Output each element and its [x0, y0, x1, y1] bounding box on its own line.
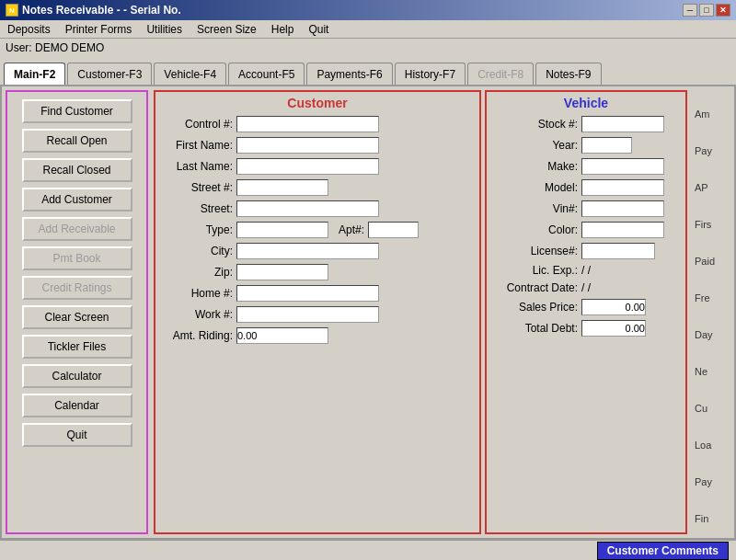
menu-deposits[interactable]: Deposits — [4, 23, 54, 36]
title-bar: N Notes Receivable - - Serial No. ─ □ ✕ — [0, 0, 736, 20]
vehicle-title: Vehicle — [490, 96, 682, 110]
amt-riding-label: Amt. Riding: — [159, 329, 233, 342]
home-row: Home #: — [159, 285, 476, 302]
tickler-files-button[interactable]: Tickler Files — [22, 335, 132, 359]
right-label-7: Ne — [695, 366, 729, 377]
zip-row: Zip: — [159, 264, 476, 280]
type-label: Type: — [159, 223, 233, 236]
right-label-9: Loa — [695, 440, 729, 451]
lastname-row: Last Name: — [159, 158, 476, 175]
find-customer-button[interactable]: Find Customer — [22, 99, 132, 123]
lic-exp-row: Lic. Exp.: / / — [490, 264, 682, 277]
menu-screen-size[interactable]: Screen Size — [193, 23, 260, 36]
right-label-11: Fin — [695, 513, 729, 524]
make-label: Make: — [490, 160, 578, 173]
vin-label: Vin#: — [490, 202, 578, 215]
recall-open-button[interactable]: Recall Open — [22, 129, 132, 153]
zip-label: Zip: — [159, 266, 233, 279]
zip-input[interactable] — [236, 264, 328, 280]
amt-riding-input[interactable] — [236, 327, 328, 344]
window-title: Notes Receivable - - Serial No. — [22, 4, 181, 17]
control-label: Control #: — [159, 118, 233, 131]
left-panel: Find Customer Recall Open Recall Closed … — [6, 90, 148, 534]
recall-closed-button[interactable]: Recall Closed — [22, 158, 132, 182]
user-label: User: DEMO DEMO — [6, 41, 104, 54]
tab-payments[interactable]: Payments-F6 — [306, 63, 392, 85]
vehicle-section: Vehicle Stock #: Year: Make: Model: Vin#… — [485, 90, 687, 534]
menu-quit[interactable]: Quit — [305, 23, 332, 36]
city-row: City: — [159, 243, 476, 259]
work-input[interactable] — [236, 306, 379, 323]
sales-row: Sales Price: — [490, 299, 682, 315]
menu-printer-forms[interactable]: Printer Forms — [62, 23, 136, 36]
customer-comments-button[interactable]: Customer Comments — [597, 542, 729, 560]
model-label: Model: — [490, 181, 578, 194]
menu-help[interactable]: Help — [268, 23, 298, 36]
menu-utilities[interactable]: Utilities — [143, 23, 186, 36]
tab-credit: Credit-F8 — [467, 63, 534, 85]
stock-input[interactable] — [581, 116, 664, 132]
streetnum-row: Street #: — [159, 179, 476, 196]
streetnum-input[interactable] — [236, 179, 328, 196]
total-input[interactable] — [581, 320, 646, 337]
home-input[interactable] — [236, 285, 379, 302]
tab-main[interactable]: Main-F2 — [4, 63, 65, 85]
right-label-2: AP — [695, 182, 729, 193]
clear-screen-button[interactable]: Clear Screen — [22, 305, 132, 329]
right-label-4: Paid — [695, 256, 729, 267]
tab-account[interactable]: Account-F5 — [228, 63, 305, 85]
color-input[interactable] — [581, 222, 664, 238]
vin-input[interactable] — [581, 200, 664, 217]
tab-customer[interactable]: Customer-F3 — [67, 63, 152, 85]
right-label-0: Am — [695, 109, 729, 120]
license-row: License#: — [490, 243, 682, 259]
stock-row: Stock #: — [490, 116, 682, 132]
tab-vehicle[interactable]: Vehicle-F4 — [154, 63, 226, 85]
calculator-button[interactable]: Calculator — [22, 364, 132, 388]
quit-button[interactable]: Quit — [22, 423, 132, 447]
apt-input[interactable] — [368, 222, 419, 238]
calendar-button[interactable]: Calendar — [22, 394, 132, 417]
license-input[interactable] — [581, 243, 655, 259]
firstname-input[interactable] — [236, 137, 379, 154]
city-input[interactable] — [236, 243, 379, 259]
lic-exp-label: Lic. Exp.: — [490, 264, 578, 277]
main-content: Find Customer Recall Open Recall Closed … — [0, 85, 736, 540]
right-section: Am Pay AP Firs Paid Fre Day Ne Cu Loa Pa… — [691, 90, 732, 534]
lastname-input[interactable] — [236, 158, 379, 175]
street-input[interactable] — [236, 200, 379, 217]
customer-section: Customer Control #: First Name: Last Nam… — [154, 90, 481, 534]
sales-input[interactable] — [581, 299, 646, 315]
maximize-button[interactable]: □ — [699, 4, 714, 17]
home-label: Home #: — [159, 287, 233, 300]
model-input[interactable] — [581, 179, 664, 196]
city-label: City: — [159, 245, 233, 257]
control-input[interactable] — [236, 116, 379, 132]
color-row: Color: — [490, 222, 682, 238]
right-label-6: Day — [695, 329, 729, 340]
year-input[interactable] — [581, 137, 632, 154]
close-button[interactable]: ✕ — [716, 4, 730, 17]
amt-riding-row: Amt. Riding: — [159, 327, 476, 344]
right-label-8: Cu — [695, 403, 729, 414]
make-input[interactable] — [581, 158, 664, 175]
tab-history[interactable]: History-F7 — [395, 63, 466, 85]
apt-label: Apt#: — [332, 223, 364, 236]
firstname-row: First Name: — [159, 137, 476, 154]
color-label: Color: — [490, 223, 578, 236]
firstname-label: First Name: — [159, 139, 233, 152]
type-row: Type: Apt#: — [159, 222, 476, 238]
right-label-10: Pay — [695, 476, 729, 487]
lic-exp-value: / / — [581, 264, 591, 277]
minimize-button[interactable]: ─ — [683, 4, 697, 17]
total-row: Total Debt: — [490, 320, 682, 337]
streetnum-label: Street #: — [159, 181, 233, 194]
tab-notes[interactable]: Notes-F9 — [535, 63, 601, 85]
add-customer-button[interactable]: Add Customer — [22, 188, 132, 211]
contract-value: / / — [581, 281, 591, 294]
status-bar: Customer Comments — [0, 540, 736, 560]
type-input[interactable] — [236, 222, 328, 238]
stock-label: Stock #: — [490, 118, 578, 131]
work-label: Work #: — [159, 308, 233, 321]
contract-label: Contract Date: — [490, 281, 578, 294]
